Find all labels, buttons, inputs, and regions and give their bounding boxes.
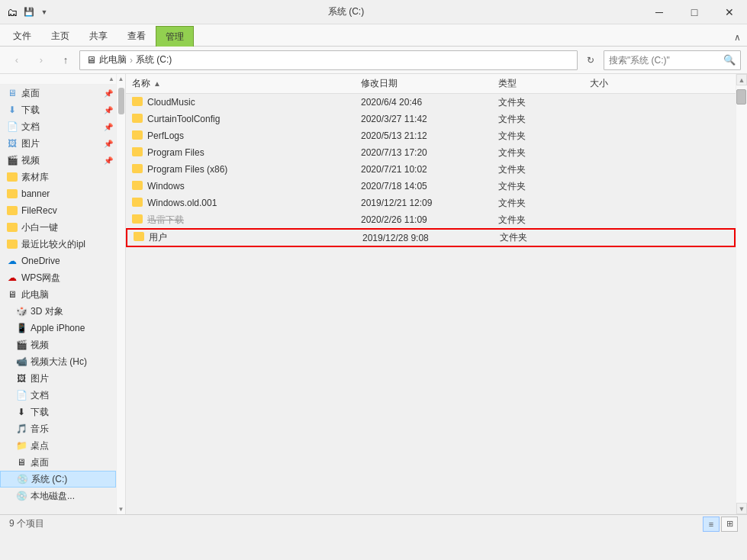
sidebar-item-filerecv[interactable]: FileRecv xyxy=(0,202,116,219)
tab-share[interactable]: 共享 xyxy=(79,26,118,46)
sidebar-item-desktop[interactable]: 🖥 桌面 📌 xyxy=(0,85,116,101)
breadcrumb-path[interactable]: 系统 (C:) xyxy=(136,53,172,66)
col-size[interactable]: 大小 xyxy=(590,77,651,90)
breadcrumb-thispc[interactable]: 此电脑 xyxy=(99,53,127,66)
sidebar-item-network[interactable]: 💿 本地磁盘... xyxy=(0,488,116,504)
videomax-icon: 📹 xyxy=(15,356,27,368)
sidebar-item-desktop3[interactable]: 🖥 桌面 xyxy=(0,454,116,471)
file-type-4: 文件夹 xyxy=(498,163,590,176)
sidebar-item-pic[interactable]: 🖼 图片 📌 xyxy=(0,135,116,152)
sidebar-label-sucai: 素材库 xyxy=(21,171,49,184)
tab-home[interactable]: 主页 xyxy=(41,26,79,46)
sidebar-item-download2[interactable]: ⬇ 下载 xyxy=(0,404,116,420)
sidebar-item-videomax[interactable]: 📹 视频大法 (Hc) xyxy=(0,353,116,370)
folder-icon-3 xyxy=(132,147,143,159)
sidebar-item-sucai[interactable]: 素材库 xyxy=(0,169,116,185)
sidebar-item-system-c[interactable]: 💿 系统 (C:) xyxy=(0,471,116,488)
sidebar-item-thispc[interactable]: 🖥 此电脑 xyxy=(0,286,116,303)
sidebar-item-zaodian[interactable]: 📁 桌点 xyxy=(0,437,116,454)
table-row[interactable]: PerfLogs 2020/5/13 21:12 文件夹 xyxy=(126,127,736,144)
file-date-1: 2020/3/27 11:42 xyxy=(361,114,498,124)
file-name-1: CurtainToolConfig xyxy=(132,114,361,125)
address-bar: ‹ › ↑ 🖥 此电脑 › 系统 (C:) ↻ 🔍 xyxy=(0,47,747,74)
window-title: 系统 (C:) xyxy=(50,5,642,18)
sidebar-item-download[interactable]: ⬇ 下载 📌 xyxy=(0,101,116,118)
back-button[interactable]: ‹ xyxy=(6,50,27,70)
sort-arrow-name: ▲ xyxy=(153,79,161,88)
close-button[interactable]: ✕ xyxy=(712,0,747,24)
table-row[interactable]: Program Files (x86) 2020/7/21 10:02 文件夹 xyxy=(126,161,736,178)
refresh-button[interactable]: ↻ xyxy=(581,50,600,70)
content-scroll-track xyxy=(736,85,747,503)
folder-icon-1 xyxy=(132,114,143,125)
sidebar-item-3d[interactable]: 🎲 3D 对象 xyxy=(0,303,116,320)
tb-down-btn[interactable]: ▼ xyxy=(38,6,50,18)
tab-file[interactable]: 文件 xyxy=(3,26,41,46)
sidebar-item-wps[interactable]: ☁ WPS网盘 xyxy=(0,269,116,286)
sidebar-item-video[interactable]: 🎬 视频 📌 xyxy=(0,152,116,169)
table-row-highlighted[interactable]: 用户 2019/12/28 9:08 文件夹 xyxy=(126,228,736,247)
view-detail-btn[interactable]: ⊞ xyxy=(721,517,738,532)
file-type-8: 文件夹 xyxy=(500,231,591,244)
content-scrollbar[interactable]: ▲ ▼ xyxy=(736,74,747,514)
sidebar-scroll-down-arrow[interactable]: ▼ xyxy=(118,504,124,514)
table-row[interactable]: Windows 2020/7/18 14:05 文件夹 xyxy=(126,178,736,195)
tb-save-btn[interactable]: 💾 xyxy=(23,6,35,18)
table-row[interactable]: CloudMusic 2020/6/4 20:46 文件夹 xyxy=(126,94,736,111)
view-buttons: ≡ ⊞ xyxy=(703,517,738,532)
col-name[interactable]: 名称 ▲ xyxy=(132,77,361,90)
folder-icon-4 xyxy=(132,164,143,175)
window-controls: ─ □ ✕ xyxy=(642,0,747,24)
minimize-button[interactable]: ─ xyxy=(642,0,677,24)
table-row[interactable]: Program Files 2020/7/13 17:20 文件夹 xyxy=(126,144,736,161)
col-type[interactable]: 类型 xyxy=(498,77,590,90)
search-input[interactable] xyxy=(609,55,723,66)
content-scroll-down[interactable]: ▼ xyxy=(736,503,747,514)
title-bar-left: 🗂 💾 ▼ xyxy=(0,5,50,20)
tab-view[interactable]: 查看 xyxy=(118,26,156,46)
sidebar-item-music[interactable]: 🎵 音乐 xyxy=(0,420,116,437)
sidebar-label-zuijin: 最近比较火的ipl xyxy=(21,238,85,251)
content-scroll-up[interactable]: ▲ xyxy=(736,74,747,85)
xiaobai-folder-icon xyxy=(6,221,18,233)
sidebar-label-banner: banner xyxy=(21,188,50,199)
view-list-btn[interactable]: ≡ xyxy=(703,517,720,532)
ribbon-expand-btn[interactable]: ∧ xyxy=(728,29,747,46)
table-row[interactable]: Windows.old.001 2019/12/21 12:09 文件夹 xyxy=(126,195,736,211)
sidebar-label-download2: 下载 xyxy=(31,406,49,419)
search-icon[interactable]: 🔍 xyxy=(723,54,736,66)
sidebar-scroll-up[interactable]: ▲ xyxy=(108,76,114,82)
file-name-5: Windows xyxy=(132,181,361,192)
sidebar-label-music: 音乐 xyxy=(31,423,49,436)
tab-driver-tools[interactable]: 管理 xyxy=(156,26,194,47)
up-button[interactable]: ↑ xyxy=(55,50,76,70)
sidebar-item-video2[interactable]: 🎬 视频 xyxy=(0,336,116,353)
sidebar-item-zuijin[interactable]: 最近比较火的ipl xyxy=(0,236,116,253)
sidebar-scroll-up-arrow[interactable]: ▲ xyxy=(118,74,124,84)
content-scroll-thumb[interactable] xyxy=(736,89,746,105)
sidebar-label-doc: 文档 xyxy=(21,121,40,134)
search-box[interactable]: 🔍 xyxy=(604,50,741,70)
col-modified[interactable]: 修改日期 xyxy=(361,77,498,90)
address-box[interactable]: 🖥 此电脑 › 系统 (C:) xyxy=(79,50,578,70)
music-icon: 🎵 xyxy=(15,423,27,435)
table-row[interactable]: 迅雷下载 2020/2/26 11:09 文件夹 xyxy=(126,211,736,228)
sidebar-label-network: 本地磁盘... xyxy=(31,490,75,503)
sidebar-item-doc[interactable]: 📄 文档 📌 xyxy=(0,118,116,135)
sidebar-item-banner[interactable]: banner xyxy=(0,185,116,202)
sidebar-item-iphone[interactable]: 📱 Apple iPhone xyxy=(0,320,116,336)
sidebar-item-pic2[interactable]: 🖼 图片 xyxy=(0,370,116,387)
file-date-5: 2020/7/18 14:05 xyxy=(361,181,498,191)
status-bar: 9 个项目 ≡ ⊞ xyxy=(0,514,747,533)
sidebar-item-xiaobai[interactable]: 小白一键 xyxy=(0,219,116,236)
sidebar-label-desktop: 桌面 xyxy=(21,87,40,100)
sidebar-item-doc2[interactable]: 📄 文档 xyxy=(0,387,116,404)
sidebar-label-filerecv: FileRecv xyxy=(21,205,57,216)
table-row[interactable]: CurtainToolConfig 2020/3/27 11:42 文件夹 xyxy=(126,111,736,127)
folder-icon-8 xyxy=(134,232,144,243)
sidebar-item-onedrive[interactable]: ☁ OneDrive xyxy=(0,253,116,269)
forward-button[interactable]: › xyxy=(31,50,52,70)
maximize-button[interactable]: □ xyxy=(677,0,712,24)
sidebar-scroll-thumb[interactable] xyxy=(118,88,124,114)
sidebar-scrollbar[interactable]: ▲ ▼ xyxy=(116,74,125,514)
